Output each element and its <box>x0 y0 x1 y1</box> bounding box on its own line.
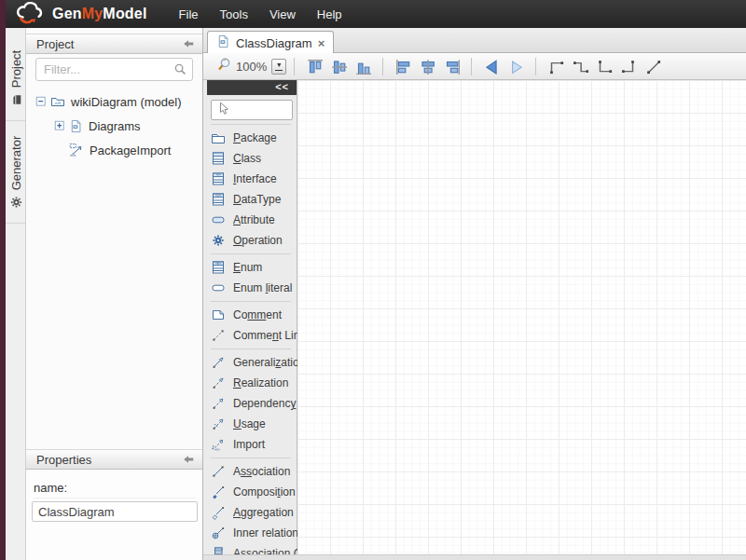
palette-tool-label: Enum <box>233 261 262 274</box>
palette-tool-comment-link[interactable]: Comment Link <box>203 325 297 346</box>
align-middle-button[interactable] <box>326 55 351 77</box>
menu-view[interactable]: View <box>269 1 317 28</box>
tree-item[interactable]: Diagrams <box>26 114 202 138</box>
flip-left-button[interactable] <box>479 55 504 77</box>
flip-right-icon <box>507 58 524 75</box>
magnifier-icon <box>216 57 231 75</box>
palette-tool-label: Dependency <box>233 397 296 410</box>
tree-item-label: Diagrams <box>89 119 141 133</box>
sidebar-tab-project[interactable]: Project <box>6 35 25 121</box>
align-right-button[interactable] <box>439 55 463 77</box>
palette-tool-inner-relation[interactable]: Inner relation <box>203 523 297 543</box>
menu-file[interactable]: File <box>179 1 220 28</box>
menu-help[interactable]: Help <box>317 1 364 28</box>
align-top-button[interactable] <box>302 55 326 77</box>
palette-tool-datatype[interactable]: «D»DataType <box>203 189 297 210</box>
sidebar-tab-label: Project <box>8 49 22 87</box>
sidebar-tab-generator[interactable]: Generator <box>6 121 25 224</box>
expand-expander-icon[interactable] <box>54 120 66 132</box>
palette-tool-usage[interactable]: Usage <box>203 414 297 434</box>
package-import-icon: «I» <box>69 143 84 157</box>
menubar: FileToolsViewHelp <box>179 1 364 28</box>
operation-icon <box>211 233 226 248</box>
horizontal-scrollbar[interactable] <box>203 554 746 560</box>
palette-collapse-button[interactable]: << <box>207 80 297 95</box>
generalization-icon <box>211 355 226 370</box>
connector-corner-button[interactable] <box>592 55 616 77</box>
align-left-button[interactable] <box>391 55 415 77</box>
diagram-toolbar: 100% ▾ <box>203 53 746 80</box>
connector-step-button[interactable] <box>544 55 568 77</box>
comment-icon <box>211 307 226 322</box>
properties-body: name: <box>26 471 202 560</box>
palette-tool-dependency[interactable]: Dependency <box>203 393 297 414</box>
diagram-file-icon <box>216 34 230 52</box>
connector-corner2-button[interactable] <box>616 55 641 77</box>
palette-tool-label: Association <box>233 465 290 478</box>
zoom-control: 100% ▾ <box>216 57 286 75</box>
toolbar-separator <box>471 58 472 75</box>
palette-tool-operation[interactable]: Operation <box>203 230 297 251</box>
palette-tool-attribute[interactable]: Attribute <box>203 210 297 230</box>
align-bottom-icon <box>354 58 371 75</box>
tree-item-label: wikiDiagram (model) <box>71 95 181 109</box>
collapse-panel-arrow-icon[interactable] <box>182 453 195 466</box>
palette-tool-association[interactable]: Association <box>203 461 297 482</box>
flip-left-icon <box>483 58 500 75</box>
align-top-icon <box>306 58 323 75</box>
palette-tool-composition[interactable]: Composition <box>203 482 297 502</box>
palette-tool-label: Comment <box>233 308 282 321</box>
palette-tool-label: DataType <box>233 193 281 206</box>
genmymodel-app: GenMyModel FileToolsViewHelp ProjectGene… <box>0 0 746 560</box>
name-field-label: name: <box>34 481 195 499</box>
inner-relation-icon <box>211 526 226 540</box>
align-left-icon <box>394 58 411 75</box>
filter-box <box>35 58 193 81</box>
palette-tool-realization[interactable]: Realization <box>203 373 297 393</box>
palette-tool-interface[interactable]: «I»Interface <box>203 169 297 189</box>
comment-link-icon <box>211 328 226 343</box>
palette-tool-aggregation[interactable]: Aggregation <box>203 502 297 523</box>
palette-tool-label: Comment Link <box>233 329 305 342</box>
palette-tool-enum[interactable]: «E»Enum <box>203 257 297 278</box>
connector-straight-button[interactable] <box>641 55 665 77</box>
zoom-level-value: 100% <box>236 60 267 74</box>
tree-item[interactable]: wikiDiagram (model) <box>26 89 202 114</box>
flip-right-button[interactable] <box>504 55 528 77</box>
package-icon <box>211 130 226 145</box>
name-field[interactable] <box>32 501 198 522</box>
editor-tabbar: ClassDiagram × <box>203 28 746 53</box>
palette-tool-label: Attribute <box>233 213 275 226</box>
side-tab-strip: ProjectGenerator <box>6 28 26 560</box>
align-center-button[interactable] <box>415 55 439 77</box>
zoom-dropdown-button[interactable]: ▾ <box>271 59 286 75</box>
palette-tool-import[interactable]: «I»Import <box>203 434 297 455</box>
composition-icon <box>211 485 226 499</box>
association-icon <box>211 464 226 479</box>
selection-tool-button[interactable] <box>211 100 293 120</box>
connector-zigzag-button[interactable] <box>568 55 592 77</box>
tree-item[interactable]: «I»PackageImport <box>26 138 202 162</box>
sidebar-tab-label: Generator <box>8 135 22 190</box>
collapse-expander-icon[interactable] <box>35 96 48 108</box>
svg-text:«I»: «I» <box>216 173 221 177</box>
palette-separator <box>211 124 291 125</box>
palette-tool-label: Package <box>233 131 277 144</box>
filter-input[interactable] <box>35 58 193 81</box>
connector-straight-icon <box>644 58 661 75</box>
class-icon <box>211 151 226 166</box>
palette-tool-comment[interactable]: Comment <box>203 305 297 325</box>
aggregation-icon <box>211 505 226 520</box>
diagram-canvas[interactable] <box>297 80 746 560</box>
palette-separator <box>211 348 291 349</box>
collapse-panel-arrow-icon[interactable] <box>182 37 195 50</box>
palette-tool-package[interactable]: Package <box>203 128 297 148</box>
palette-tool-generalization[interactable]: Generalization <box>203 352 297 373</box>
tab-classdiagram[interactable]: ClassDiagram × <box>207 31 334 54</box>
close-tab-icon[interactable]: × <box>318 37 325 49</box>
palette-tool-enum-literal[interactable]: Enum literal <box>203 278 297 298</box>
menu-tools[interactable]: Tools <box>220 1 269 28</box>
genmymodel-logo[interactable]: GenMyModel <box>6 0 147 28</box>
align-bottom-button[interactable] <box>351 55 375 77</box>
palette-tool-class[interactable]: Class <box>203 148 297 169</box>
